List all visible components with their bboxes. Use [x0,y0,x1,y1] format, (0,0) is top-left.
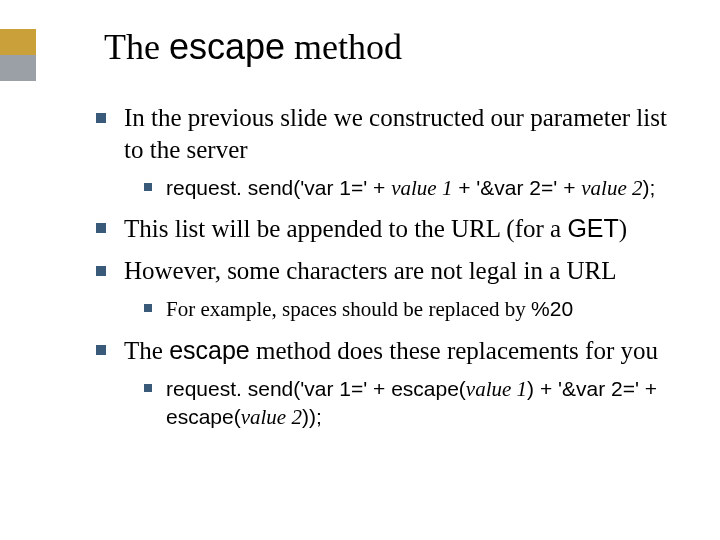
b3s1: For example, spaces should be replaced b… [166,297,531,321]
b1s1: request. send('var 1=' + [166,176,391,199]
bullet-1-text: In the previous slide we constructed our… [124,104,673,163]
slide-title: The escape method [104,26,680,68]
bullet-3-sub: For example, spaces should be replaced b… [124,295,680,323]
bullet-1-sub: request. send('var 1=' + value 1 + '&var… [124,174,680,202]
b4s5: )); [302,405,322,428]
bullet-3-text: However, some characters are not legal i… [124,257,617,284]
b4t2: escape [169,336,250,364]
b1s5: ); [642,176,655,199]
bullet-1: In the previous slide we constructed our… [96,102,680,202]
b1s2: value 1 [391,176,452,200]
b4s2: value 1 [466,377,527,401]
b1s3: + '&var 2=' + [452,176,581,199]
b2t3: ) [619,215,627,242]
title-accent-bar [0,29,36,81]
b1s4: value 2 [581,176,642,200]
accent-gold [0,29,36,55]
bullet-list: In the previous slide we constructed our… [48,102,680,431]
b4s1: request. send('var 1=' + escape( [166,377,466,400]
b2t1: This list will be appended to the URL (f… [124,215,567,242]
b4t3: method does these replacements for you [250,337,658,364]
bullet-4-sub: request. send('var 1=' + escape(value 1)… [124,375,680,432]
slide-body: The escape method In the previous slide … [0,0,720,431]
bullet-3: However, some characters are not legal i… [96,255,680,323]
title-pre: The [104,27,169,67]
accent-gray [0,55,36,81]
bullet-3-sub-1: For example, spaces should be replaced b… [144,295,680,323]
b4t1: The [124,337,169,364]
b2t2: GET [567,214,618,242]
title-post: method [285,27,402,67]
bullet-2: This list will be appended to the URL (f… [96,212,680,245]
bullet-4: The escape method does these replacement… [96,334,680,432]
title-code: escape [169,26,285,67]
bullet-1-sub-1: request. send('var 1=' + value 1 + '&var… [144,174,680,202]
b3s2: %20 [531,297,573,320]
b4s4: value 2 [241,405,302,429]
bullet-4-sub-1: request. send('var 1=' + escape(value 1)… [144,375,680,432]
